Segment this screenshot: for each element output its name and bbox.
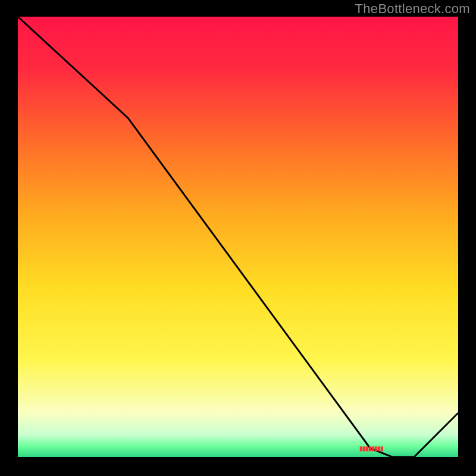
annotation-label: ▮▮▮▮▮▮▮▮ [359, 445, 383, 452]
bottleneck-chart: ▮▮▮▮▮▮▮▮ [0, 0, 476, 476]
chart-container: TheBottleneck.com ▮▮▮▮▮▮▮▮ [0, 0, 476, 476]
plot-background [18, 17, 458, 457]
